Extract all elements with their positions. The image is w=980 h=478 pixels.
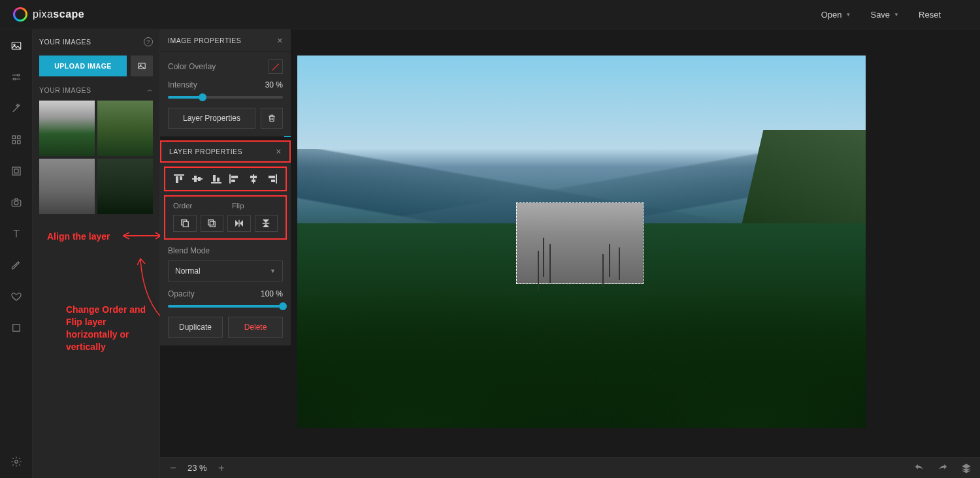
menu-save[interactable]: Save▼ [870, 10, 899, 20]
camera-tool-icon[interactable] [10, 196, 23, 209]
delete-layer-icon-button[interactable] [261, 108, 283, 129]
svg-rect-24 [217, 178, 220, 182]
align-top-icon[interactable] [171, 172, 188, 186]
elements-tool-icon[interactable] [10, 133, 23, 146]
menu-reset[interactable]: Reset [919, 10, 941, 20]
image-thumb[interactable] [39, 101, 95, 156]
svg-rect-7 [17, 141, 20, 144]
svg-rect-21 [198, 177, 201, 181]
wand-tool-icon[interactable] [10, 102, 23, 115]
order-back-button[interactable] [173, 215, 197, 232]
svg-rect-5 [17, 136, 20, 139]
svg-point-3 [13, 78, 15, 80]
image-properties-panel: IMAGE PROPERTIES × Color Overlay Intensi… [160, 29, 291, 136]
svg-rect-35 [183, 221, 188, 227]
svg-rect-32 [269, 176, 275, 178]
svg-rect-29 [250, 176, 257, 178]
logo-text: pixascape [33, 8, 84, 20]
svg-point-13 [14, 460, 18, 464]
canvas-area[interactable] [291, 29, 980, 457]
delete-button[interactable]: Delete [228, 317, 283, 338]
app-logo: pixascape [13, 7, 84, 22]
flip-horizontal-button[interactable] [227, 215, 251, 232]
adjust-tool-icon[interactable] [10, 71, 23, 84]
close-icon[interactable]: × [277, 35, 283, 46]
svg-rect-16 [174, 174, 184, 176]
chevron-down-icon: ▼ [270, 268, 276, 274]
close-icon[interactable]: × [276, 146, 282, 157]
layer-properties-title: LAYER PROPERTIES [169, 148, 242, 155]
svg-rect-27 [231, 180, 235, 182]
zoom-value: 23 % [188, 463, 207, 473]
svg-rect-25 [229, 174, 231, 183]
svg-rect-12 [12, 325, 20, 332]
redo-icon[interactable] [937, 462, 949, 474]
svg-rect-26 [231, 176, 238, 178]
undo-icon[interactable] [913, 462, 925, 474]
intensity-label: Intensity [168, 80, 197, 89]
svg-rect-9 [14, 169, 18, 173]
image-thumb[interactable] [97, 101, 153, 156]
layers-icon[interactable] [960, 462, 972, 474]
heart-tool-icon[interactable] [10, 290, 23, 303]
menu-open[interactable]: Open▼ [821, 10, 851, 20]
flip-vertical-button[interactable] [255, 215, 278, 232]
align-buttons-row [164, 167, 287, 191]
image-thumb[interactable] [97, 159, 153, 214]
blend-mode-label: Blend Mode [168, 246, 283, 255]
chevron-down-icon: ▼ [846, 12, 851, 18]
image-library-button[interactable] [131, 56, 153, 76]
align-h-center-icon[interactable] [245, 172, 262, 186]
selected-layer[interactable] [516, 202, 644, 284]
canvas-image[interactable] [297, 56, 866, 428]
order-flip-row: Order Flip [164, 195, 287, 240]
color-overlay-label: Color Overlay [168, 62, 216, 71]
order-front-button[interactable] [201, 215, 224, 232]
help-icon[interactable]: ? [144, 37, 153, 46]
bottom-bar: − 23 % + [160, 457, 980, 478]
align-bottom-icon[interactable] [208, 172, 225, 186]
tool-rail [0, 29, 33, 478]
zoom-out-button[interactable]: − [168, 462, 178, 474]
opacity-value: 100 % [261, 289, 283, 298]
your-images-section[interactable]: YOUR IMAGES ︿ [39, 86, 153, 94]
text-tool-icon[interactable] [10, 227, 23, 240]
svg-rect-30 [252, 180, 255, 182]
order-label: Order [173, 202, 232, 210]
zoom-in-button[interactable]: + [216, 462, 227, 474]
app-header: pixascape Open▼ Save▼ Reset [0, 0, 980, 29]
layer-properties-button[interactable]: Layer Properties [168, 108, 255, 129]
blend-mode-select[interactable]: Normal ▼ [168, 261, 283, 281]
svg-rect-8 [12, 167, 20, 175]
chevron-up-icon: ︿ [147, 86, 154, 94]
svg-rect-31 [276, 174, 277, 183]
flip-label: Flip [232, 202, 244, 210]
crop-tool-icon[interactable] [10, 321, 23, 334]
intensity-value: 30 % [265, 80, 283, 89]
svg-rect-33 [271, 180, 275, 182]
svg-rect-18 [180, 176, 182, 180]
color-overlay-swatch[interactable] [269, 59, 283, 74]
align-left-icon[interactable] [226, 172, 243, 186]
opacity-label: Opacity [168, 289, 195, 298]
svg-rect-17 [176, 176, 178, 183]
chevron-down-icon: ▼ [894, 12, 899, 18]
logo-icon [13, 7, 27, 22]
svg-rect-23 [213, 175, 216, 182]
svg-point-11 [14, 201, 18, 205]
opacity-slider[interactable] [168, 305, 283, 308]
settings-icon[interactable] [10, 455, 23, 468]
align-v-center-icon[interactable] [189, 172, 206, 186]
svg-rect-36 [208, 220, 214, 225]
image-thumb[interactable] [39, 159, 95, 214]
image-tool-icon[interactable] [10, 39, 23, 52]
intensity-slider[interactable] [168, 96, 283, 99]
images-panel: YOUR IMAGES ? UPLOAD IMAGE YOUR IMAGES ︿ [33, 29, 160, 478]
upload-image-button[interactable]: UPLOAD IMAGE [39, 56, 127, 76]
brush-tool-icon[interactable] [10, 259, 23, 272]
frame-tool-icon[interactable] [10, 165, 23, 178]
svg-rect-20 [194, 176, 197, 182]
align-right-icon[interactable] [263, 172, 280, 186]
duplicate-button[interactable]: Duplicate [168, 317, 223, 338]
layer-properties-panel: LAYER PROPERTIES × Order Flip Blend [160, 140, 291, 345]
